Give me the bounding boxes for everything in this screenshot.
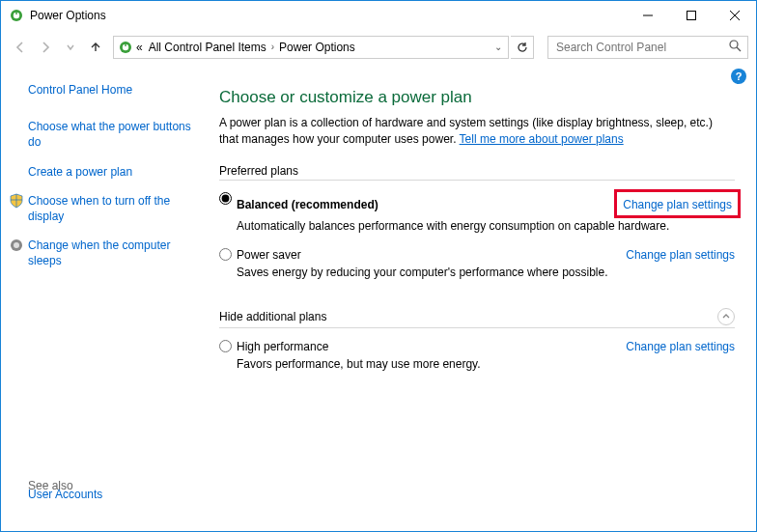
preferred-plans-group: Preferred plans Balanced (recommended) C… (219, 164, 735, 293)
plan-high-performance: High performance Change plan settings Fa… (219, 338, 735, 384)
sidebar-link-create-plan[interactable]: Create a power plan (28, 164, 196, 180)
titlebar: Power Options (1, 1, 756, 30)
group-header-additional[interactable]: Hide additional plans (219, 308, 735, 328)
additional-plans-group: Hide additional plans High performance C… (219, 308, 735, 384)
chevron-right-icon[interactable]: › (269, 42, 276, 52)
breadcrumb-level2[interactable]: Power Options (276, 41, 358, 54)
page-intro: A power plan is a collection of hardware… (219, 115, 735, 149)
sidebar-link-power-buttons[interactable]: Choose what the power buttons do (28, 119, 196, 150)
power-options-icon (118, 40, 133, 55)
up-button[interactable] (84, 36, 107, 59)
sidebar: Control Panel Home Choose what the power… (1, 65, 204, 531)
help-icon[interactable]: ? (731, 69, 746, 84)
collapse-icon[interactable] (717, 308, 735, 325)
nav-toolbar: « All Control Panel Items › Power Option… (1, 30, 756, 64)
svg-line-11 (737, 47, 741, 51)
breadcrumb-root[interactable]: « (133, 41, 146, 54)
plan-power-saver: Power saver Change plan settings Saves e… (219, 246, 735, 293)
change-plan-settings-saver[interactable]: Change plan settings (626, 248, 735, 262)
close-button[interactable] (713, 2, 756, 30)
plan-saver-radio[interactable] (219, 248, 232, 261)
content-area: Control Panel Home Choose what the power… (1, 65, 756, 531)
window: Power Options « All Control Panel Items … (0, 0, 757, 532)
plan-balanced: Balanced (recommended) Change plan setti… (219, 190, 735, 246)
forward-button[interactable] (34, 36, 57, 59)
svg-point-10 (730, 41, 738, 48)
group-header-preferred: Preferred plans (219, 164, 735, 181)
search-icon[interactable] (728, 39, 742, 56)
breadcrumb-level1[interactable]: All Control Panel Items (146, 41, 269, 54)
sidebar-link-user-accounts[interactable]: User Accounts (28, 487, 102, 502)
svg-rect-4 (687, 12, 695, 20)
svg-point-13 (14, 242, 19, 248)
search-input[interactable] (554, 40, 728, 55)
plan-saver-desc: Saves energy by reducing your computer's… (237, 266, 735, 279)
refresh-button[interactable] (511, 36, 534, 59)
recent-dropdown[interactable] (59, 36, 82, 59)
svg-rect-2 (15, 11, 16, 14)
minimize-button[interactable] (626, 2, 669, 30)
plan-high-name[interactable]: High performance (237, 340, 328, 353)
back-button[interactable] (9, 36, 32, 59)
page-heading: Choose or customize a power plan (219, 88, 735, 107)
window-title: Power Options (30, 9, 626, 22)
sidebar-link-computer-sleeps[interactable]: Change when the computer sleeps (28, 238, 196, 268)
address-dropdown[interactable]: ⌄ (491, 42, 506, 52)
change-plan-settings-high[interactable]: Change plan settings (626, 340, 735, 353)
plan-saver-name[interactable]: Power saver (237, 248, 301, 262)
shield-icon (9, 238, 24, 253)
plan-balanced-name[interactable]: Balanced (recommended) (237, 198, 378, 211)
sidebar-link-turn-off-display[interactable]: Choose when to turn off the display (28, 193, 196, 224)
svg-rect-9 (125, 42, 126, 46)
shield-icon (9, 193, 24, 209)
plan-balanced-radio[interactable] (219, 192, 232, 205)
plan-high-radio[interactable] (219, 340, 232, 352)
control-panel-home-link[interactable]: Control Panel Home (28, 82, 196, 98)
maximize-button[interactable] (669, 2, 713, 30)
change-plan-settings-balanced[interactable]: Change plan settings (623, 198, 732, 211)
address-bar[interactable]: « All Control Panel Items › Power Option… (113, 36, 509, 59)
plan-balanced-desc: Automatically balances performance with … (237, 219, 735, 233)
learn-more-link[interactable]: Tell me more about power plans (460, 132, 624, 146)
plan-high-desc: Favors performance, but may use more ene… (237, 357, 735, 371)
search-box[interactable] (547, 36, 748, 59)
power-options-icon (9, 8, 24, 23)
main-panel: ? Choose or customize a power plan A pow… (204, 65, 756, 531)
